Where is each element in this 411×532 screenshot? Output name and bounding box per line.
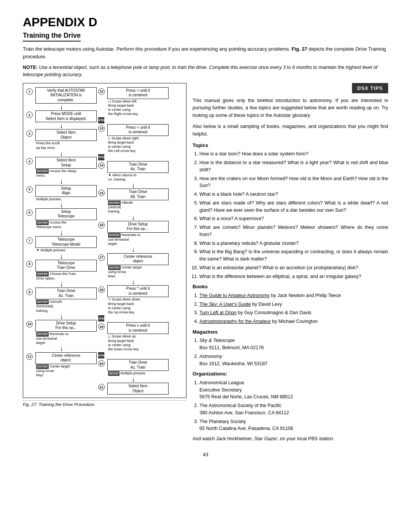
topics-list: How is a star born? How does a solar sys…	[193, 150, 388, 280]
flow-step-2: 2 Press MODE untilSelect Item is display…	[26, 110, 97, 122]
section-title: Training the Drive	[23, 32, 81, 42]
flow-step-18: 18 Press ^ until itis centered ▽ Scope s…	[98, 285, 169, 315]
list-item: How is the distance to a star measured? …	[199, 159, 388, 174]
list-item: What is an extrasolar planet? What is an…	[199, 264, 388, 272]
list-item: How are the craters on our Moon formed? …	[199, 175, 388, 190]
list-item: The Planetary Society65 North Catalina A…	[199, 418, 388, 433]
list-item: The Sky: A User's Guide by David Levy	[199, 301, 388, 308]
flow-step-12: 12 Press > until itis centered ◁ Scope s…	[98, 87, 169, 117]
flow-step-7: 7 TelescopeTelescope Model ▼ Multiple pr…	[26, 236, 97, 252]
list-item: How is a star born? How does a solar sys…	[199, 150, 388, 158]
dsx-also: Also below is a small sampling of books,…	[193, 123, 388, 138]
flow-step-6: 6 SetupTelescope ENTER Access theTelesco…	[26, 208, 97, 229]
flow-step-17: 17 Center referenceobject ENTER Center t…	[98, 253, 169, 279]
flow-step-14: 14 Train DriveAz. Train ▼ Menu returns t…	[98, 161, 169, 182]
flow-step-1: 1 Verify that AUTOSTARINITIALIZATION isc…	[26, 87, 97, 104]
flow-step-9: 9 Train DriveAz. Train ENTER Azimuth(hor…	[26, 288, 97, 313]
flow-step-11: 11 Center referenceobject. ENTER Center …	[26, 352, 97, 378]
list-item: What is a nova? A supernova?	[199, 215, 388, 222]
magazines-list: Sky & TelescopeBox 9111, Belmont, MA 021…	[193, 337, 388, 367]
books-label: Books	[193, 283, 388, 291]
diagram-inner: 1 Verify that AUTOSTARINITIALIZATION isc…	[26, 87, 183, 395]
dsx-tips-header: DSX TIPS	[352, 83, 388, 94]
closing-text: And watch Jack Horkheimer, Star Gazer, o…	[193, 435, 388, 443]
right-flow: 12 Press > until itis centered ◁ Scope s…	[98, 87, 169, 395]
flow-step-10: 10 Drive SetupFor this op... ENTER Remin…	[26, 320, 97, 345]
flow-step-13: 13 Press < until itis centered ▷ Scope s…	[98, 124, 169, 153]
diagram-container: 1 Verify that AUTOSTARINITIALIZATION isc…	[23, 83, 186, 398]
flow-step-15: 15 Train DriveAlt. Train ENTER Altitude(…	[98, 189, 169, 214]
list-item: What is the Big Bang? Is the universe ex…	[199, 248, 388, 263]
main-content: 1 Verify that AUTOSTARINITIALIZATION isc…	[23, 83, 388, 443]
diagram-caption: Fig. 27: Training the Drive Procedure.	[23, 400, 186, 408]
left-flow: 1 Verify that AUTOSTARINITIALIZATION isc…	[26, 87, 97, 395]
page-number: 43	[23, 452, 388, 457]
flow-step-4: 4 Select ItemSetup ENTER Access the Setu…	[26, 157, 97, 178]
list-item: What are comets? Minor planets? Meteors?…	[199, 224, 388, 238]
list-item: The Astronomical Society of the Pacific3…	[199, 402, 388, 417]
flow-step-8: 8 TelescopeTrain Drive ENTER Choose the …	[26, 260, 97, 281]
appendix-title: APPENDIX D	[23, 15, 388, 29]
list-item: Sky & TelescopeBox 9111, Belmont, MA 021…	[199, 337, 388, 351]
flow-step-16: 16 Drive SetupFor this op.... ENTER Remi…	[98, 221, 169, 246]
organizations-list: Astronomical LeagueExecutive Secretary56…	[193, 379, 388, 432]
list-item: Astrophotography for the Amateur by Mich…	[199, 318, 388, 325]
flow-step-3: 3 Select ItemObject Press the scrollup k…	[26, 129, 97, 150]
list-item: Turn Left at Orion by Guy Consolmagno & …	[199, 309, 388, 316]
topics-label: Topics	[193, 142, 388, 149]
magazines-label: Magazines	[193, 328, 388, 336]
list-item: What is a planetary nebula? A globular c…	[199, 240, 388, 247]
dsx-intro: This manual gives only the briefest intr…	[193, 97, 388, 119]
books-list: The Guide to Amateur Astronomy by Jack N…	[193, 292, 388, 325]
list-item: The Guide to Amateur Astronomy by Jack N…	[199, 292, 388, 299]
list-item: What are stars made of? Why are stars di…	[199, 200, 388, 214]
right-panel: DSX TIPS This manual gives only the brie…	[193, 83, 388, 443]
list-item: What is the difference between an ellipt…	[199, 273, 388, 280]
flow-step-5: 5 SetupAlign Multiple presses.	[26, 185, 97, 201]
flow-step-21: 21 Select ItemObject	[98, 383, 169, 395]
organizations-label: Organizations:	[193, 370, 388, 378]
flow-step-20: 20 Train DriveAz. Train MODE Multiple pr…	[98, 359, 169, 376]
list-item: Astronomical LeagueExecutive Secretary56…	[199, 379, 388, 401]
note-paragraph: NOTE: Use a terrestrial object, such as …	[23, 64, 388, 78]
flow-step-19: 19 Press v until itis centered △ Scope s…	[98, 322, 169, 351]
list-item: What is a black hole? A neutron star?	[199, 191, 388, 198]
list-item: AstronomyBox 1612, Waukesha, WI 53187	[199, 353, 388, 367]
intro-paragraph: Train the telescope motors using Autosta…	[23, 45, 388, 60]
